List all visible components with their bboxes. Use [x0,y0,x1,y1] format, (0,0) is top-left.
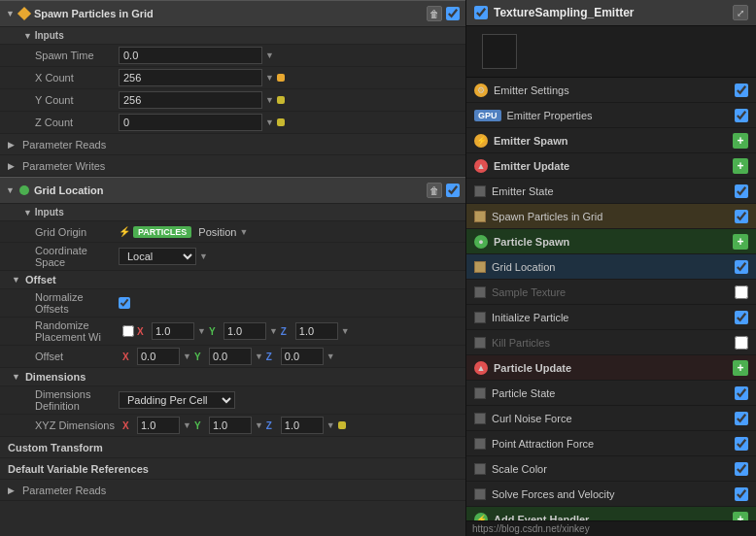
emitter-state-item[interactable]: Emitter State [466,179,756,204]
param-reads-2[interactable]: ▶ Parameter Reads [0,480,465,501]
offset-z-input[interactable] [281,348,324,365]
dimensions-section-header[interactable]: ▼ Dimensions [0,368,465,386]
spawn-time-arrow[interactable]: ▼ [265,50,274,60]
coord-space-arrow[interactable]: ▼ [199,251,208,261]
default-var-refs-label: Default Variable References [8,463,149,475]
emitter-spawn-item[interactable]: ⚡ Emitter Spawn + [466,128,756,153]
curl-noise-checkbox[interactable] [735,412,748,425]
collapse-arrow-2[interactable]: ▼ [6,185,15,195]
randomize-z-input[interactable] [295,322,338,340]
emitter-properties-item[interactable]: GPU Emitter Properties [466,103,756,128]
spawn-time-input[interactable] [119,47,262,64]
emitter-settings-checkbox[interactable] [735,84,748,97]
emitter-properties-checkbox[interactable] [735,109,748,122]
particle-spawn-plus[interactable]: + [733,234,748,250]
particle-spawn-icon: ● [474,235,488,249]
coord-space-select[interactable]: Local World [119,248,196,265]
spawn-time-value: ▼ [119,47,458,64]
sample-texture-checkbox[interactable] [735,285,748,299]
xyz-dim-dot [338,421,346,429]
trash-icon-1[interactable]: 🗑 [427,6,442,21]
xyz-dim-z-label: Z [266,420,278,431]
initialize-particle-item[interactable]: Initialize Particle [466,305,756,330]
section2-enabled-checkbox[interactable] [446,184,460,197]
dim-definition-value: Padding Per Cell Total Size [119,391,458,409]
randomize-label: Randomize Placement Wi [12,319,119,343]
coord-space-value: Local World ▼ [119,248,458,265]
emitter-settings-icon: ⚙ [474,84,488,97]
particle-spawn-item[interactable]: ● Particle Spawn + [466,229,756,254]
sample-texture-item[interactable]: Sample Texture [466,280,756,305]
grid-location-checkbox[interactable] [735,260,748,274]
x-count-value: ▼ [119,69,458,86]
spawn-particles-grid-header[interactable]: ▼ Spawn Particles in Grid 🗑 [0,0,465,27]
xyz-dim-y-input[interactable] [209,417,252,434]
kill-particles-checkbox[interactable] [735,336,748,350]
particle-update-plus[interactable]: + [733,360,748,376]
param-reads-label-1: Parameter Reads [15,139,106,151]
particle-state-checkbox[interactable] [735,386,748,400]
scale-color-checkbox[interactable] [735,462,748,476]
xyz-dim-z-input[interactable] [281,417,324,434]
param-reads-1[interactable]: ▶ Parameter Reads [0,134,465,155]
initialize-particle-checkbox[interactable] [735,311,748,324]
x-count-input[interactable] [119,69,262,86]
emitter-enabled-checkbox[interactable] [474,6,488,19]
xyz-dimensions-inputs: X ▼ Y ▼ Z ▼ [122,417,458,434]
scale-color-item[interactable]: Scale Color [466,456,756,482]
gpu-badge: GPU [474,110,501,121]
section1-enabled-checkbox[interactable] [446,7,460,20]
y-count-value: ▼ [119,91,458,109]
inputs-arrow-1[interactable]: ▼ [23,31,32,41]
spawn-grid-checkbox[interactable] [735,210,748,223]
emitter-spawn-label: Emitter Spawn [494,135,727,147]
default-var-refs-row[interactable]: Default Variable References [0,458,465,480]
offset-x-label: X [122,352,134,362]
emitter-state-label: Emitter State [492,185,729,197]
param-writes-1[interactable]: ▶ Parameter Writes [0,155,465,177]
emitter-update-item[interactable]: ▲ Emitter Update + [466,153,756,179]
solve-forces-checkbox[interactable] [735,487,748,501]
point-attraction-label: Point Attraction Force [492,438,729,450]
inputs-arrow-2[interactable]: ▼ [23,208,32,218]
spawn-particles-grid-item[interactable]: Spawn Particles in Grid [466,204,756,229]
particle-update-item[interactable]: ▲ Particle Update + [466,355,756,381]
emitter-spawn-plus[interactable]: + [733,133,748,149]
dim-definition-select[interactable]: Padding Per Cell Total Size [119,391,235,409]
param-reads-label-2: Parameter Reads [15,485,106,496]
normalize-offsets-checkbox[interactable] [119,297,130,309]
grid-location-item[interactable]: Grid Location [466,254,756,280]
point-attraction-checkbox[interactable] [735,437,748,451]
circle-icon-2 [19,185,29,195]
randomize-y-input[interactable] [223,322,266,340]
emitter-state-checkbox[interactable] [735,184,748,198]
y-count-input[interactable] [119,91,262,109]
emitter-header: TextureSampling_Emitter ⤢ [466,0,756,26]
particle-state-icon [474,387,486,399]
dim-definition-row: Dimensions Definition Padding Per Cell T… [0,386,465,415]
xyz-dim-x-input[interactable] [137,417,180,434]
particle-state-item[interactable]: Particle State [466,381,756,406]
solve-forces-item[interactable]: Solve Forces and Velocity [466,482,756,507]
x-count-arrow[interactable]: ▼ [265,73,274,83]
z-count-input[interactable] [119,114,262,131]
grid-location-header[interactable]: ▼ Grid Location 🗑 [0,177,465,204]
randomize-checkbox[interactable] [122,325,134,337]
randomize-x-input[interactable] [152,322,194,340]
kill-particles-item[interactable]: Kill Particles [466,330,756,355]
offset-section-header[interactable]: ▼ Offset [0,271,465,289]
point-attraction-item[interactable]: Point Attraction Force [466,431,756,456]
z-count-arrow[interactable]: ▼ [265,117,274,127]
offset-x-input[interactable] [137,348,180,365]
scale-color-label: Scale Color [492,463,729,475]
offset-y-input[interactable] [209,348,252,365]
curl-noise-force-item[interactable]: Curl Noise Force [466,406,756,431]
emitter-settings-item[interactable]: ⚙ Emitter Settings [466,78,756,103]
emitter-update-plus[interactable]: + [733,158,748,174]
grid-origin-arrow[interactable]: ▼ [239,227,248,237]
trash-icon-2[interactable]: 🗑 [427,183,442,198]
custom-transform-row[interactable]: Custom Transform [0,437,465,458]
y-count-arrow[interactable]: ▼ [265,95,274,105]
collapse-arrow-1[interactable]: ▼ [6,9,15,18]
emitter-expand-btn[interactable]: ⤢ [733,5,748,20]
